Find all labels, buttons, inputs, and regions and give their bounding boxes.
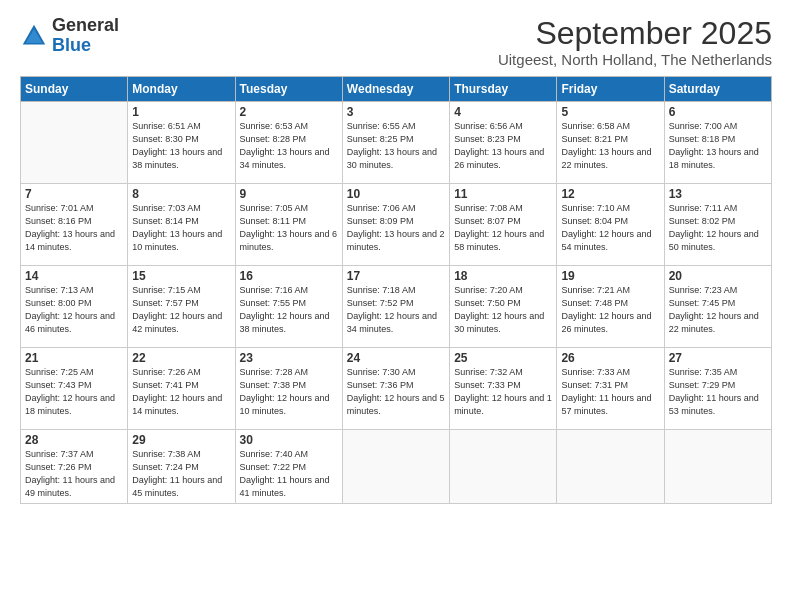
day-number: 28 bbox=[25, 433, 123, 447]
col-sunday: Sunday bbox=[21, 77, 128, 102]
col-friday: Friday bbox=[557, 77, 664, 102]
day-info: Sunrise: 7:10 AM Sunset: 8:04 PM Dayligh… bbox=[561, 202, 659, 254]
day-number: 20 bbox=[669, 269, 767, 283]
table-row: 27Sunrise: 7:35 AM Sunset: 7:29 PM Dayli… bbox=[664, 348, 771, 430]
day-info: Sunrise: 6:56 AM Sunset: 8:23 PM Dayligh… bbox=[454, 120, 552, 172]
day-number: 3 bbox=[347, 105, 445, 119]
day-info: Sunrise: 6:58 AM Sunset: 8:21 PM Dayligh… bbox=[561, 120, 659, 172]
table-row: 2Sunrise: 6:53 AM Sunset: 8:28 PM Daylig… bbox=[235, 102, 342, 184]
col-monday: Monday bbox=[128, 77, 235, 102]
day-info: Sunrise: 7:20 AM Sunset: 7:50 PM Dayligh… bbox=[454, 284, 552, 336]
day-number: 6 bbox=[669, 105, 767, 119]
day-number: 22 bbox=[132, 351, 230, 365]
logo: General Blue bbox=[20, 16, 119, 56]
month-title: September 2025 bbox=[498, 16, 772, 51]
day-info: Sunrise: 7:18 AM Sunset: 7:52 PM Dayligh… bbox=[347, 284, 445, 336]
table-row: 19Sunrise: 7:21 AM Sunset: 7:48 PM Dayli… bbox=[557, 266, 664, 348]
day-number: 13 bbox=[669, 187, 767, 201]
day-info: Sunrise: 7:28 AM Sunset: 7:38 PM Dayligh… bbox=[240, 366, 338, 418]
day-number: 19 bbox=[561, 269, 659, 283]
table-row bbox=[342, 430, 449, 504]
day-info: Sunrise: 6:55 AM Sunset: 8:25 PM Dayligh… bbox=[347, 120, 445, 172]
day-number: 1 bbox=[132, 105, 230, 119]
day-number: 7 bbox=[25, 187, 123, 201]
header: General Blue September 2025 Uitgeest, No… bbox=[20, 16, 772, 68]
day-info: Sunrise: 7:00 AM Sunset: 8:18 PM Dayligh… bbox=[669, 120, 767, 172]
table-row: 30Sunrise: 7:40 AM Sunset: 7:22 PM Dayli… bbox=[235, 430, 342, 504]
day-info: Sunrise: 7:32 AM Sunset: 7:33 PM Dayligh… bbox=[454, 366, 552, 418]
table-row: 25Sunrise: 7:32 AM Sunset: 7:33 PM Dayli… bbox=[450, 348, 557, 430]
day-number: 15 bbox=[132, 269, 230, 283]
day-number: 14 bbox=[25, 269, 123, 283]
day-number: 10 bbox=[347, 187, 445, 201]
col-wednesday: Wednesday bbox=[342, 77, 449, 102]
table-row: 15Sunrise: 7:15 AM Sunset: 7:57 PM Dayli… bbox=[128, 266, 235, 348]
day-number: 21 bbox=[25, 351, 123, 365]
table-row: 11Sunrise: 7:08 AM Sunset: 8:07 PM Dayli… bbox=[450, 184, 557, 266]
table-row: 18Sunrise: 7:20 AM Sunset: 7:50 PM Dayli… bbox=[450, 266, 557, 348]
table-row: 26Sunrise: 7:33 AM Sunset: 7:31 PM Dayli… bbox=[557, 348, 664, 430]
table-row: 13Sunrise: 7:11 AM Sunset: 8:02 PM Dayli… bbox=[664, 184, 771, 266]
day-info: Sunrise: 7:06 AM Sunset: 8:09 PM Dayligh… bbox=[347, 202, 445, 254]
table-row bbox=[557, 430, 664, 504]
day-number: 16 bbox=[240, 269, 338, 283]
day-number: 26 bbox=[561, 351, 659, 365]
day-number: 2 bbox=[240, 105, 338, 119]
subtitle: Uitgeest, North Holland, The Netherlands bbox=[498, 51, 772, 68]
day-info: Sunrise: 7:05 AM Sunset: 8:11 PM Dayligh… bbox=[240, 202, 338, 254]
table-row: 28Sunrise: 7:37 AM Sunset: 7:26 PM Dayli… bbox=[21, 430, 128, 504]
day-info: Sunrise: 7:11 AM Sunset: 8:02 PM Dayligh… bbox=[669, 202, 767, 254]
table-row bbox=[450, 430, 557, 504]
col-saturday: Saturday bbox=[664, 77, 771, 102]
table-row: 14Sunrise: 7:13 AM Sunset: 8:00 PM Dayli… bbox=[21, 266, 128, 348]
day-info: Sunrise: 7:21 AM Sunset: 7:48 PM Dayligh… bbox=[561, 284, 659, 336]
table-row: 12Sunrise: 7:10 AM Sunset: 8:04 PM Dayli… bbox=[557, 184, 664, 266]
table-row: 10Sunrise: 7:06 AM Sunset: 8:09 PM Dayli… bbox=[342, 184, 449, 266]
day-number: 9 bbox=[240, 187, 338, 201]
logo-text: General Blue bbox=[52, 16, 119, 56]
table-row: 5Sunrise: 6:58 AM Sunset: 8:21 PM Daylig… bbox=[557, 102, 664, 184]
day-number: 29 bbox=[132, 433, 230, 447]
day-number: 4 bbox=[454, 105, 552, 119]
table-row bbox=[21, 102, 128, 184]
day-number: 17 bbox=[347, 269, 445, 283]
logo-icon bbox=[20, 22, 48, 50]
day-info: Sunrise: 7:35 AM Sunset: 7:29 PM Dayligh… bbox=[669, 366, 767, 418]
day-number: 5 bbox=[561, 105, 659, 119]
table-row bbox=[664, 430, 771, 504]
day-info: Sunrise: 7:01 AM Sunset: 8:16 PM Dayligh… bbox=[25, 202, 123, 254]
table-row: 29Sunrise: 7:38 AM Sunset: 7:24 PM Dayli… bbox=[128, 430, 235, 504]
table-row: 7Sunrise: 7:01 AM Sunset: 8:16 PM Daylig… bbox=[21, 184, 128, 266]
table-row: 4Sunrise: 6:56 AM Sunset: 8:23 PM Daylig… bbox=[450, 102, 557, 184]
table-row: 20Sunrise: 7:23 AM Sunset: 7:45 PM Dayli… bbox=[664, 266, 771, 348]
col-tuesday: Tuesday bbox=[235, 77, 342, 102]
day-number: 25 bbox=[454, 351, 552, 365]
day-number: 27 bbox=[669, 351, 767, 365]
day-info: Sunrise: 7:08 AM Sunset: 8:07 PM Dayligh… bbox=[454, 202, 552, 254]
day-info: Sunrise: 7:23 AM Sunset: 7:45 PM Dayligh… bbox=[669, 284, 767, 336]
day-number: 18 bbox=[454, 269, 552, 283]
day-info: Sunrise: 7:16 AM Sunset: 7:55 PM Dayligh… bbox=[240, 284, 338, 336]
day-info: Sunrise: 6:51 AM Sunset: 8:30 PM Dayligh… bbox=[132, 120, 230, 172]
title-block: September 2025 Uitgeest, North Holland, … bbox=[498, 16, 772, 68]
table-row: 21Sunrise: 7:25 AM Sunset: 7:43 PM Dayli… bbox=[21, 348, 128, 430]
page: General Blue September 2025 Uitgeest, No… bbox=[0, 0, 792, 612]
table-row: 8Sunrise: 7:03 AM Sunset: 8:14 PM Daylig… bbox=[128, 184, 235, 266]
table-row: 17Sunrise: 7:18 AM Sunset: 7:52 PM Dayli… bbox=[342, 266, 449, 348]
day-info: Sunrise: 7:03 AM Sunset: 8:14 PM Dayligh… bbox=[132, 202, 230, 254]
day-number: 12 bbox=[561, 187, 659, 201]
day-info: Sunrise: 6:53 AM Sunset: 8:28 PM Dayligh… bbox=[240, 120, 338, 172]
table-row: 1Sunrise: 6:51 AM Sunset: 8:30 PM Daylig… bbox=[128, 102, 235, 184]
day-info: Sunrise: 7:25 AM Sunset: 7:43 PM Dayligh… bbox=[25, 366, 123, 418]
day-info: Sunrise: 7:33 AM Sunset: 7:31 PM Dayligh… bbox=[561, 366, 659, 418]
day-number: 30 bbox=[240, 433, 338, 447]
day-info: Sunrise: 7:13 AM Sunset: 8:00 PM Dayligh… bbox=[25, 284, 123, 336]
day-info: Sunrise: 7:26 AM Sunset: 7:41 PM Dayligh… bbox=[132, 366, 230, 418]
logo-general: General bbox=[52, 15, 119, 35]
day-number: 23 bbox=[240, 351, 338, 365]
day-info: Sunrise: 7:15 AM Sunset: 7:57 PM Dayligh… bbox=[132, 284, 230, 336]
calendar-header-row: Sunday Monday Tuesday Wednesday Thursday… bbox=[21, 77, 772, 102]
day-info: Sunrise: 7:37 AM Sunset: 7:26 PM Dayligh… bbox=[25, 448, 123, 500]
table-row: 3Sunrise: 6:55 AM Sunset: 8:25 PM Daylig… bbox=[342, 102, 449, 184]
table-row: 22Sunrise: 7:26 AM Sunset: 7:41 PM Dayli… bbox=[128, 348, 235, 430]
